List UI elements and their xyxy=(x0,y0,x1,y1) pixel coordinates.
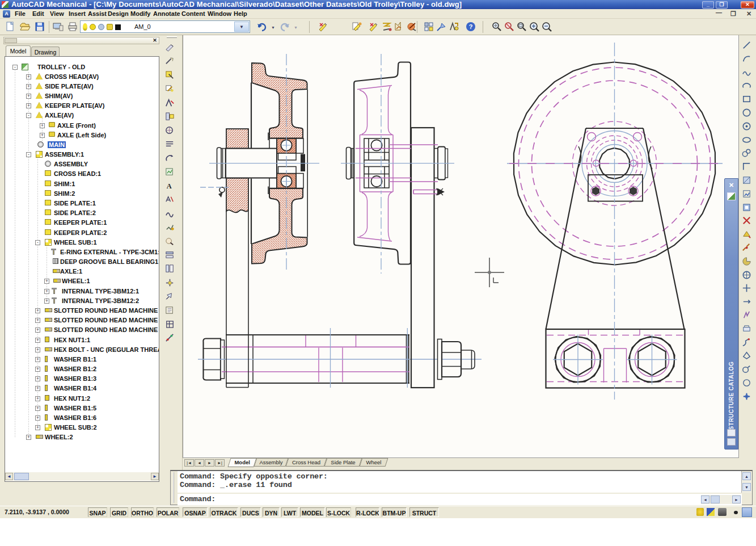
svg-text:?: ? xyxy=(469,23,473,30)
svg-text:A: A xyxy=(167,182,172,190)
